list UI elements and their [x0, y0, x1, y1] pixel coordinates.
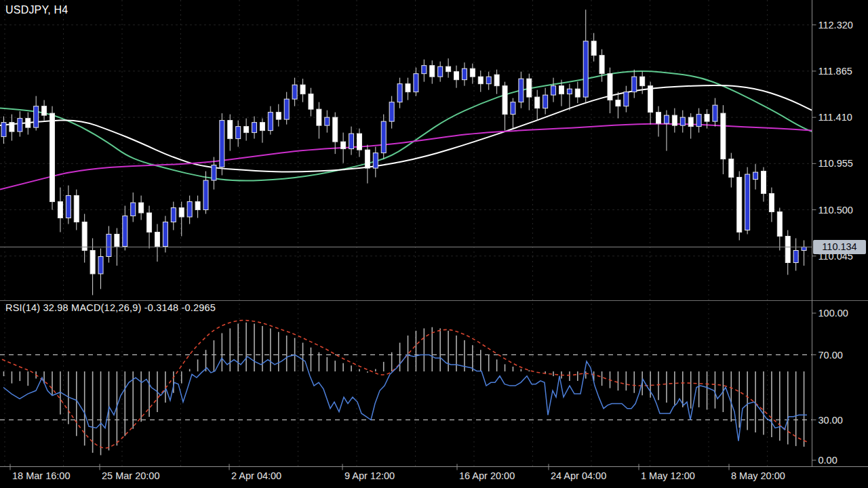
candle	[82, 222, 87, 251]
candle	[195, 202, 200, 210]
candle	[624, 92, 629, 106]
candle	[139, 203, 144, 213]
indicator-label: RSI(14) 32.98 MACD(12,26,9) -0.3148 -0.2…	[5, 302, 216, 313]
axis-label: 112.320	[818, 20, 853, 30]
candle	[777, 212, 782, 237]
candle	[454, 72, 459, 80]
candle	[106, 235, 111, 257]
candle	[470, 68, 475, 77]
candle	[793, 251, 798, 263]
candle	[171, 208, 176, 222]
candle	[753, 172, 758, 179]
candle	[705, 115, 709, 121]
candle	[389, 102, 394, 121]
candle	[50, 113, 55, 201]
candle	[203, 180, 208, 209]
candle	[486, 77, 491, 83]
axis-label: 8 May 20:00	[731, 470, 785, 481]
oscillator-axis[interactable]: 100.0070.0030.000.00	[812, 308, 848, 466]
candle	[90, 251, 95, 274]
candle	[341, 142, 346, 148]
candle	[292, 85, 297, 99]
rsi-line	[3, 355, 807, 441]
candle	[680, 117, 685, 125]
candle	[381, 121, 386, 152]
axis-label: 25 Mar 20:00	[102, 470, 159, 481]
candle	[502, 86, 507, 115]
candle	[802, 247, 806, 250]
candle	[430, 66, 435, 77]
axis-label: 2 Apr 04:00	[231, 470, 281, 481]
axis-label: 111.865	[818, 66, 852, 77]
candle	[527, 79, 532, 97]
grid-layer	[0, 0, 812, 467]
candle	[591, 41, 596, 56]
candle	[163, 222, 167, 247]
candle	[309, 94, 313, 109]
candle	[656, 113, 661, 123]
axis-label: 1 May 12:00	[641, 470, 695, 481]
candle	[446, 66, 451, 71]
axis-label: 18 Mar 16:00	[12, 470, 70, 481]
candle	[9, 123, 14, 131]
macd-histogram	[4, 323, 804, 455]
candle	[212, 165, 216, 180]
candle	[519, 79, 524, 102]
candle	[672, 115, 677, 125]
candle	[268, 113, 273, 131]
candle	[333, 117, 338, 142]
candle	[648, 86, 653, 113]
candle	[276, 113, 281, 119]
macd-signal	[2, 321, 808, 448]
trading-chart-window: 112.320111.865111.410110.955110.500110.0…	[0, 0, 868, 488]
axis-label: 16 Apr 20:00	[459, 470, 515, 481]
candle	[317, 109, 321, 125]
candle	[236, 127, 241, 139]
candle	[494, 75, 499, 85]
candle	[713, 105, 717, 121]
candle	[632, 77, 637, 92]
candle	[422, 66, 427, 74]
candle	[34, 106, 39, 127]
candle	[58, 202, 62, 218]
axis-label: 0.00	[818, 455, 837, 466]
candle	[438, 66, 443, 77]
candle	[785, 237, 790, 263]
candle	[228, 121, 233, 139]
candle	[511, 102, 515, 115]
oscillator-levels	[0, 355, 812, 420]
candle	[737, 178, 742, 232]
candle	[406, 84, 410, 92]
axis-label: 111.410	[818, 112, 852, 123]
candle	[260, 123, 264, 131]
price-axis[interactable]: 112.320111.865111.410110.955110.500110.0…	[812, 20, 853, 262]
axis-label: 110.500	[818, 205, 853, 216]
axis-label: 30.00	[818, 415, 843, 426]
axis-label: 110.955	[818, 158, 853, 169]
candle	[640, 77, 645, 85]
price-chart-canvas[interactable]: 112.320111.865111.410110.955110.500110.0…	[0, 0, 868, 488]
candle	[462, 68, 467, 79]
candle	[187, 202, 192, 217]
rsi-layer	[3, 355, 807, 441]
candle	[18, 119, 22, 131]
current-price-tag: 110.134	[813, 240, 866, 254]
candle	[583, 41, 588, 97]
candle	[608, 74, 612, 100]
candle	[74, 196, 79, 222]
candle	[147, 213, 152, 232]
candle	[745, 174, 750, 230]
candle	[478, 77, 483, 83]
candle	[123, 216, 127, 247]
axis-label: 100.00	[818, 308, 848, 319]
candle	[179, 208, 184, 217]
candle	[66, 196, 71, 218]
candle	[575, 89, 580, 97]
candle	[365, 150, 370, 168]
symbol-title: USDJPY, H4	[5, 4, 68, 16]
candle	[357, 134, 361, 150]
candle	[26, 119, 31, 127]
candle	[543, 95, 548, 108]
candle	[115, 235, 119, 247]
candle	[664, 115, 669, 123]
